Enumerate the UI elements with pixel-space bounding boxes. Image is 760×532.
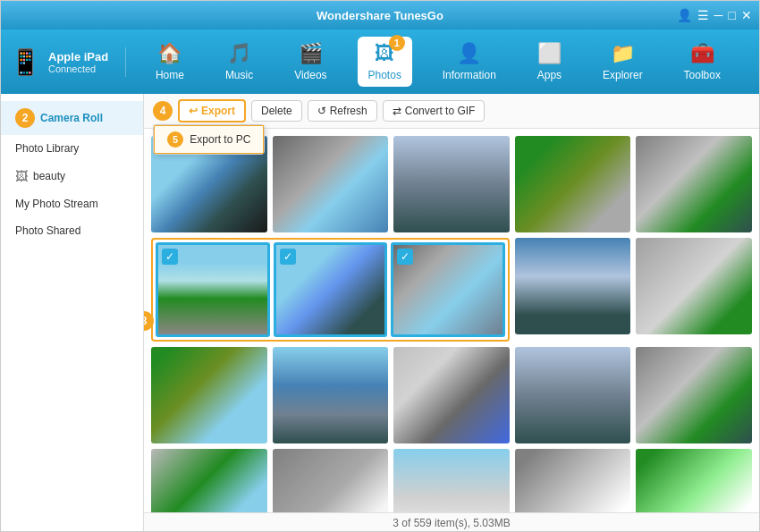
sidebar-item-photo-shared[interactable]: Photo Shared	[1, 217, 143, 244]
sidebar-label-photo-library: Photo Library	[15, 142, 79, 155]
window-controls: 👤 ☰ ─ □ ✕	[677, 8, 752, 22]
device-info: 📱 Apple iPad Connected	[10, 47, 126, 77]
nav-label-videos: Videos	[294, 69, 326, 81]
status-text: 3 of 559 item(s), 5.03MB	[393, 517, 510, 529]
selected-group: ✓ ✓ ✓	[151, 238, 510, 342]
device-icon: 📱	[10, 47, 41, 77]
photo-cell[interactable]	[273, 347, 389, 443]
nav-item-music[interactable]: 🎵 Music	[215, 37, 264, 87]
convert-icon: ⇄	[393, 105, 401, 117]
nav-label-music: Music	[225, 69, 253, 81]
nav-label-apps: Apps	[537, 69, 562, 81]
nav-items: 🏠 Home 🎵 Music 🎬 Videos 1 🖼 Photos 👤 Inf…	[126, 37, 750, 87]
apps-icon: ⬜	[537, 42, 562, 65]
photo-cell[interactable]	[515, 136, 631, 232]
toolbar: 4 ↩ Export Delete ↺ Refresh ⇄ Convert to…	[144, 94, 759, 129]
refresh-button[interactable]: ↺ Refresh	[308, 100, 377, 122]
step-badge-2: 2	[15, 108, 35, 128]
photo-cell-selected-2[interactable]: ✓	[274, 242, 388, 337]
device-status: Connected	[48, 63, 108, 74]
nav-item-information[interactable]: 👤 Information	[432, 37, 507, 87]
minimize-icon[interactable]: ─	[714, 8, 723, 22]
photo-cell[interactable]	[636, 136, 752, 232]
photo-cell[interactable]	[273, 449, 389, 512]
information-icon: 👤	[457, 42, 481, 65]
status-bar: 3 of 559 item(s), 5.03MB	[144, 512, 759, 532]
photo-cell-selected-1[interactable]: ✓	[156, 242, 270, 337]
photo-cell[interactable]	[515, 347, 631, 443]
nav-label-photos: Photos	[368, 69, 401, 81]
export-button[interactable]: ↩ Export	[178, 99, 246, 122]
sidebar: 2 Camera Roll Photo Library 🖼 beauty My …	[1, 94, 144, 532]
refresh-icon: ↺	[317, 105, 326, 117]
maximize-icon[interactable]: □	[729, 8, 736, 22]
device-name: Apple iPad	[48, 50, 108, 63]
photo-cell-selected-3[interactable]: ✓	[391, 242, 505, 337]
sidebar-item-beauty[interactable]: 🖼 beauty	[1, 162, 143, 190]
videos-icon: 🎬	[299, 42, 323, 65]
photo-cell[interactable]	[273, 136, 389, 232]
refresh-label: Refresh	[330, 105, 367, 117]
menu-icon[interactable]: ☰	[697, 8, 709, 22]
device-text: Apple iPad Connected	[48, 50, 108, 74]
toolbox-icon: 🧰	[690, 42, 714, 65]
step-badge-5: 5	[167, 131, 183, 148]
photo-cell[interactable]	[636, 449, 752, 512]
nav-label-information: Information	[443, 69, 496, 81]
photo-cell[interactable]	[636, 238, 752, 334]
nav-label-home: Home	[156, 69, 184, 81]
photo-cell[interactable]	[393, 136, 510, 232]
sidebar-label-photo-shared: Photo Shared	[15, 224, 80, 237]
check-mark: ✓	[162, 249, 178, 265]
photo-panel: 4 ↩ Export Delete ↺ Refresh ⇄ Convert to…	[144, 94, 759, 532]
sidebar-item-my-photo-stream[interactable]: My Photo Stream	[1, 190, 143, 217]
nav-item-toolbox[interactable]: 🧰 Toolbox	[673, 37, 731, 87]
step-badge-4: 4	[153, 101, 173, 121]
check-mark: ✓	[397, 249, 413, 265]
delete-label: Delete	[261, 105, 292, 117]
user-icon[interactable]: 👤	[677, 8, 692, 22]
export-dropdown: 5 Export to PC	[153, 124, 265, 155]
photo-cell[interactable]	[515, 449, 631, 512]
sidebar-item-camera-roll[interactable]: 2 Camera Roll	[1, 101, 143, 135]
sidebar-label-my-photo-stream: My Photo Stream	[15, 198, 98, 210]
photo-cell[interactable]	[636, 347, 752, 443]
nav-item-photos[interactable]: 1 🖼 Photos	[358, 37, 412, 87]
nav-item-home[interactable]: 🏠 Home	[145, 37, 195, 87]
nav-item-explorer[interactable]: 📁 Explorer	[592, 37, 654, 87]
nav-badge-photos: 1	[389, 35, 405, 51]
close-icon[interactable]: ✕	[741, 8, 752, 22]
app-title: Wondershare TunesGo	[317, 9, 443, 22]
nav-label-explorer: Explorer	[603, 69, 643, 81]
sidebar-label-camera-roll: Camera Roll	[40, 112, 103, 124]
export-label: Export	[201, 105, 235, 117]
check-mark: ✓	[280, 249, 296, 265]
nav-label-toolbox: Toolbox	[684, 69, 721, 81]
nav-item-videos[interactable]: 🎬 Videos	[283, 37, 337, 87]
title-bar: Wondershare TunesGo 👤 ☰ ─ □ ✕	[1, 1, 759, 30]
photo-cell[interactable]	[515, 238, 631, 334]
explorer-icon: 📁	[611, 42, 635, 65]
nav-item-apps[interactable]: ⬜ Apps	[527, 37, 572, 87]
sidebar-item-photo-library[interactable]: Photo Library	[1, 135, 143, 162]
export-arrow-icon: ↩	[189, 105, 198, 117]
convert-gif-button[interactable]: ⇄ Convert to GIF	[383, 100, 486, 122]
music-icon: 🎵	[227, 42, 251, 65]
export-to-pc-label: Export to PC	[190, 133, 250, 146]
main-content: 2 Camera Roll Photo Library 🖼 beauty My …	[1, 94, 759, 532]
photo-cell[interactable]	[151, 347, 267, 443]
export-to-pc-item[interactable]: 5 Export to PC	[154, 125, 264, 154]
convert-label: Convert to GIF	[405, 105, 476, 117]
photo-cell[interactable]	[393, 449, 510, 512]
image-icon: 🖼	[15, 169, 28, 183]
photo-cell[interactable]	[151, 449, 267, 512]
header-nav: 📱 Apple iPad Connected 🏠 Home 🎵 Music 🎬 …	[1, 30, 759, 94]
delete-button[interactable]: Delete	[251, 100, 302, 122]
photo-cell[interactable]	[393, 347, 510, 443]
sidebar-label-beauty: beauty	[33, 170, 65, 182]
home-icon: 🏠	[157, 42, 182, 65]
